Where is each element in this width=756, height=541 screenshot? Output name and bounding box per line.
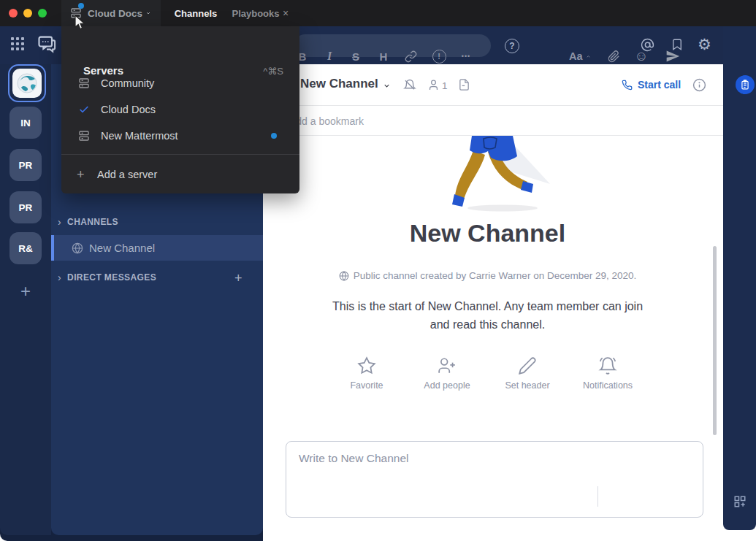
pinned-files-icon[interactable] [458, 78, 470, 91]
channel-item-new-channel[interactable]: New Channel [51, 235, 263, 261]
italic-button[interactable]: I [323, 47, 336, 66]
add-server-button[interactable]: + Add a server [61, 163, 299, 186]
direct-messages-section-header[interactable]: › DIRECT MESSAGES [58, 272, 156, 283]
chevron-down-icon [145, 10, 152, 16]
server-icon [77, 77, 91, 89]
close-tab-icon[interactable]: × [280, 0, 291, 26]
playbooks-app-button[interactable] [736, 75, 755, 94]
menu-item-community[interactable]: Community [61, 72, 299, 95]
server-unread-dot [78, 3, 84, 9]
menu-divider [61, 154, 299, 155]
notifications-muted-icon[interactable] [403, 79, 416, 92]
emoji-picker-button[interactable]: ☺ [633, 47, 649, 66]
active-channel-indicator [51, 235, 54, 261]
channel-intro-description: This is the start of New Channel. Any te… [329, 298, 646, 334]
plus-icon: + [77, 167, 85, 183]
messages-icon[interactable] [37, 34, 57, 54]
chevron-down-icon[interactable] [382, 82, 392, 90]
add-team-button[interactable]: + [9, 275, 42, 307]
more-formatting-button[interactable]: ••• [459, 47, 473, 66]
tab-channels[interactable]: Channels [169, 0, 223, 26]
product-switcher-icon[interactable] [9, 35, 26, 53]
channel-intro-actions: Favorite Add people Set header [330, 356, 644, 391]
tab-playbooks[interactable]: Playbooks [232, 0, 280, 26]
header-divider [263, 105, 727, 106]
strikethrough-button[interactable]: S [349, 47, 362, 66]
channel-name-label: New Channel [89, 242, 155, 254]
channel-intro-byline: Public channel created by Carrie Warner … [263, 270, 712, 281]
scrollbar[interactable] [713, 246, 717, 435]
pencil-icon [518, 356, 537, 375]
menu-item-new-mattermost[interactable]: New Mattermost [61, 124, 299, 147]
team-item[interactable]: PR [9, 191, 42, 223]
chevron-up-icon [585, 54, 592, 59]
set-header-button[interactable]: Set header [491, 356, 564, 391]
favorite-button[interactable]: Favorite [330, 356, 403, 391]
person-plus-icon [438, 356, 457, 375]
globe-channel-icon [339, 271, 349, 281]
team-item[interactable]: PR [9, 149, 42, 181]
globe-channel-icon [72, 242, 83, 254]
menu-item-cloud-docs[interactable]: Cloud Docs [61, 98, 299, 121]
team-item[interactable]: R& [9, 232, 42, 264]
channels-section-header[interactable]: › CHANNELS [58, 217, 118, 227]
mouse-cursor [74, 15, 87, 31]
member-count: 1 [442, 80, 448, 91]
channel-info-icon[interactable] [692, 78, 706, 92]
help-icon[interactable]: ? [505, 39, 519, 53]
heading-button[interactable]: H [377, 47, 390, 66]
bell-icon [598, 356, 617, 375]
team-item-active[interactable] [8, 64, 46, 102]
check-icon [77, 104, 91, 115]
start-call-button[interactable]: Start call [622, 79, 681, 91]
link-button[interactable] [403, 47, 418, 66]
minimize-window-button[interactable] [23, 9, 32, 18]
toolbar-divider [597, 486, 598, 507]
message-composer [286, 441, 703, 518]
team-globe-avatar [12, 69, 42, 98]
app-bar [723, 26, 756, 530]
chevron-right-icon: › [58, 274, 61, 281]
team-item[interactable]: IN [9, 107, 42, 139]
chevron-right-icon: › [58, 218, 61, 226]
clipboard-icon [740, 80, 750, 90]
bottom-strip [263, 530, 756, 541]
channel-title[interactable]: New Channel [300, 77, 378, 91]
star-icon [357, 356, 376, 375]
add-direct-message-button[interactable]: + [234, 271, 243, 286]
message-input[interactable] [297, 450, 687, 480]
unread-dot [271, 133, 277, 139]
alert-circle-icon: ! [432, 50, 446, 64]
settings-gear-icon[interactable]: ⚙ [698, 36, 711, 53]
server-icon [77, 130, 91, 142]
servers-dropdown-menu: Servers ^⌘S Community Cloud Docs [61, 26, 299, 193]
members-icon[interactable] [427, 79, 440, 91]
title-bar: Cloud Docs Channels Playbooks × [0, 0, 756, 26]
add-people-button[interactable]: Add people [411, 356, 484, 391]
channel-intro-illustration [446, 136, 555, 213]
mattermost-window: Cloud Docs Channels Playbooks × ? [0, 0, 756, 541]
marketplace-apps-icon[interactable] [733, 495, 747, 508]
server-name-label: Cloud Docs [88, 8, 142, 19]
link-icon [405, 50, 417, 63]
priority-button[interactable]: ! [432, 47, 446, 66]
send-message-button[interactable] [663, 47, 682, 66]
phone-icon [622, 80, 633, 91]
zoom-window-button[interactable] [38, 9, 47, 18]
notifications-button[interactable]: Notifications [571, 356, 644, 391]
paperclip-icon [608, 50, 620, 63]
close-window-button[interactable] [9, 9, 18, 18]
attach-file-button[interactable] [606, 47, 621, 66]
send-icon [665, 49, 681, 64]
add-bookmark-button[interactable]: Add a bookmark [289, 115, 364, 127]
formatting-toggle-button[interactable]: Aa [569, 47, 592, 66]
channel-intro-title: New Channel [263, 219, 712, 248]
